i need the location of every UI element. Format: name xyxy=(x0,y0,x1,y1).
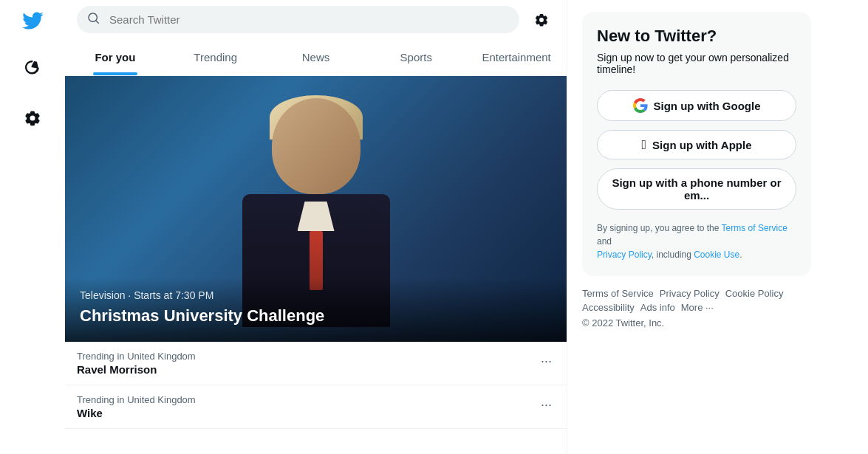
footer-ads-link[interactable]: Ads info xyxy=(640,302,675,313)
more-options-icon[interactable]: ··· xyxy=(538,351,555,372)
sidebar-item-explore[interactable] xyxy=(15,50,50,86)
tab-trending[interactable]: Trending xyxy=(165,39,266,75)
right-sidebar: New to Twitter? Sign up now to get your … xyxy=(567,0,826,454)
search-settings-icon[interactable] xyxy=(528,7,555,33)
new-to-twitter-title: New to Twitter? xyxy=(597,27,796,46)
search-input[interactable] xyxy=(77,6,519,33)
tab-sports[interactable]: Sports xyxy=(366,39,466,75)
tab-entertainment[interactable]: Entertainment xyxy=(466,39,567,75)
footer-copyright: © 2022 Twitter, Inc. xyxy=(582,317,811,329)
person-collar xyxy=(298,202,335,231)
person-head xyxy=(272,98,360,194)
left-sidebar xyxy=(0,0,65,454)
twitter-logo[interactable] xyxy=(18,6,47,35)
cookie-use-link[interactable]: Cookie Use xyxy=(694,250,739,260)
tabs-bar: For you Trending News Sports Entertainme… xyxy=(65,39,567,76)
signup-phone-button[interactable]: Sign up with a phone number or em... xyxy=(597,168,796,210)
footer-more-link[interactable]: More ··· xyxy=(681,302,714,313)
trending-name: Ravel Morrison xyxy=(77,363,196,376)
tab-news[interactable]: News xyxy=(266,39,366,75)
sidebar-item-settings[interactable] xyxy=(15,100,50,136)
search-bar-row xyxy=(65,0,567,39)
trending-item[interactable]: Trending in United Kingdom Ravel Morriso… xyxy=(65,342,567,385)
main-content: For you Trending News Sports Entertainme… xyxy=(65,0,567,454)
search-icon xyxy=(87,12,100,28)
terms-of-service-link[interactable]: Terms of Service xyxy=(722,223,787,233)
footer-privacy-link[interactable]: Privacy Policy xyxy=(660,288,720,299)
trending-label: Trending in United Kingdom xyxy=(77,351,196,362)
signup-google-label: Sign up with Google xyxy=(654,100,761,112)
hero-meta: Television · Starts at 7:30 PM xyxy=(80,289,552,301)
search-container xyxy=(77,6,519,33)
footer-accessibility-link[interactable]: Accessibility xyxy=(582,302,635,313)
hero-title: Christmas University Challenge xyxy=(80,306,552,327)
footer-terms-link[interactable]: Terms of Service xyxy=(582,288,654,299)
hero-overlay: Television · Starts at 7:30 PM Christmas… xyxy=(65,278,567,342)
footer-cookie-link[interactable]: Cookie Policy xyxy=(725,288,784,299)
more-options-icon[interactable]: ··· xyxy=(538,394,555,416)
signup-apple-label: Sign up with Apple xyxy=(652,139,751,151)
hero-card[interactable]: Television · Starts at 7:30 PM Christmas… xyxy=(65,76,567,342)
new-to-twitter-subtitle: Sign up now to get your own personalized… xyxy=(597,52,796,75)
privacy-policy-link[interactable]: Privacy Policy xyxy=(597,250,652,260)
google-icon xyxy=(633,98,648,113)
signup-google-button[interactable]: Sign up with Google xyxy=(597,90,796,121)
signup-phone-label: Sign up with a phone number or em... xyxy=(609,176,784,202)
terms-text: By signing up, you agree to the Terms of… xyxy=(597,221,796,261)
trending-name: Wike xyxy=(77,407,196,419)
apple-icon:  xyxy=(641,138,646,151)
trending-label: Trending in United Kingdom xyxy=(77,394,196,405)
new-to-twitter-panel: New to Twitter? Sign up now to get your … xyxy=(582,12,811,276)
main-feed: Television · Starts at 7:30 PM Christmas… xyxy=(65,76,567,454)
signup-apple-button[interactable]:  Sign up with Apple xyxy=(597,130,796,159)
trending-item[interactable]: Trending in United Kingdom Wike ··· xyxy=(65,385,567,429)
tab-for-you[interactable]: For you xyxy=(65,39,165,75)
footer-links: Terms of Service Privacy Policy Cookie P… xyxy=(582,288,811,313)
